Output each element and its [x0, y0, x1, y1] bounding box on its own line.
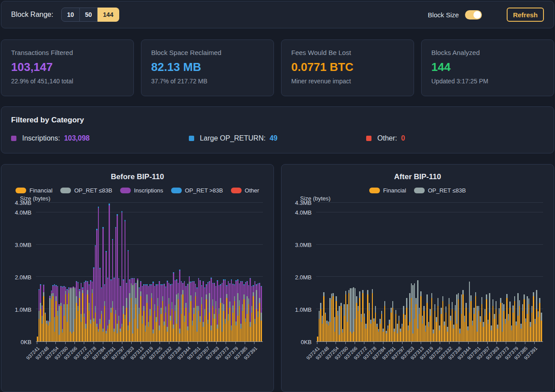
bar-segment [239, 284, 240, 300]
bar-segment [79, 291, 80, 298]
bar-segment [54, 332, 55, 341]
bar-segment [115, 310, 117, 314]
bar-segment [461, 314, 462, 341]
bar-segment [204, 309, 206, 316]
bar-segment [151, 285, 152, 293]
bar-segment [500, 303, 501, 341]
bar [110, 203, 112, 341]
bar [81, 203, 82, 341]
bar-segment [172, 284, 173, 302]
legend-item[interactable]: Inscriptions [120, 187, 163, 194]
bar [204, 203, 206, 341]
bar-segment [68, 290, 70, 293]
bar-segment [207, 324, 209, 341]
bar-segment [379, 319, 381, 324]
bar-segment [240, 282, 242, 324]
bar [99, 203, 101, 341]
bar-segment [406, 308, 407, 341]
range-button-144[interactable]: 144 [98, 8, 119, 22]
bar-segment [444, 325, 445, 341]
bar-segment [492, 306, 494, 341]
bar [520, 203, 522, 341]
legend-item[interactable]: OP_RET >83B [171, 187, 223, 194]
y-axis-title: Size (bytes) [20, 195, 267, 202]
bar-segment [207, 320, 209, 324]
bar [414, 203, 415, 341]
category-item-other: Other: 0 [366, 134, 544, 142]
legend-item[interactable]: OP_RET ≤83B [60, 187, 112, 194]
bar-segment [209, 293, 210, 313]
bar-segment [57, 311, 59, 316]
bar-segment [530, 322, 531, 327]
bar [536, 203, 537, 341]
bar-segment [39, 311, 40, 319]
bar-segment [375, 313, 376, 342]
bar-segment [541, 321, 542, 341]
bar-segment [93, 318, 94, 321]
bar-segment [185, 303, 187, 308]
bar-segment [219, 286, 220, 308]
bar [364, 203, 365, 341]
bar [381, 203, 383, 341]
bar [37, 203, 38, 341]
stats-row: Transactions Filtered 103,147 22.9% of 4… [1, 39, 554, 96]
legend-item[interactable]: Financial [369, 187, 406, 194]
bar [395, 203, 397, 341]
bar-segment [364, 314, 365, 318]
bar-segment [319, 311, 320, 319]
bar [193, 203, 195, 341]
block-size-toggle[interactable] [465, 10, 482, 20]
refresh-button[interactable]: Refresh [507, 8, 544, 22]
bar-segment [245, 322, 246, 341]
bar-segment [40, 309, 41, 341]
legend-item[interactable]: Financial [16, 187, 52, 194]
bar [48, 203, 49, 341]
bar-segment [195, 292, 196, 296]
x-tick-mark [55, 342, 56, 344]
bar-segment [228, 282, 229, 314]
bar-segment [65, 294, 66, 341]
legend-swatch [414, 188, 425, 193]
bar [496, 203, 497, 341]
bar-segment [37, 337, 38, 341]
range-button-50[interactable]: 50 [80, 8, 98, 22]
bar [131, 203, 132, 341]
bar-segment [207, 283, 209, 320]
bar [370, 203, 371, 341]
bar-segment [192, 321, 193, 325]
bar [322, 203, 323, 341]
legend-item[interactable]: OP_RET ≤83B [414, 187, 466, 194]
bar-segment [71, 288, 73, 333]
bar-segment [524, 299, 525, 341]
bar-segment [489, 293, 490, 313]
y-tick-label: 3.0MB [15, 241, 31, 248]
bar [524, 203, 525, 341]
x-tick-mark [122, 342, 122, 344]
range-button-10[interactable]: 10 [61, 8, 80, 22]
bar-segment [212, 306, 214, 341]
bar-segment [530, 327, 531, 341]
bar-segment [222, 303, 223, 332]
bar-segment [123, 280, 124, 306]
bar-segment [256, 309, 257, 341]
x-tick-mark [355, 342, 355, 344]
bar-segment [480, 316, 481, 322]
bar-segment [113, 329, 115, 332]
bar-segment [256, 285, 257, 290]
x-tick-mark [411, 342, 412, 344]
bar-segment [168, 298, 170, 305]
legend-swatch [171, 188, 182, 193]
bar [317, 203, 318, 341]
bar-segment [140, 291, 141, 296]
bar-segment [176, 280, 177, 295]
bar-segment [376, 324, 378, 327]
legend-item[interactable]: Other [231, 187, 259, 194]
bar-segment [481, 304, 483, 341]
bar-segment [170, 285, 171, 316]
bar [65, 203, 66, 341]
bar-segment [120, 286, 121, 329]
stat-card-transactions-filtered: Transactions Filtered 103,147 22.9% of 4… [1, 39, 134, 96]
bar-segment [214, 314, 215, 319]
bar-segment [76, 282, 77, 296]
x-tick-mark [84, 342, 84, 344]
